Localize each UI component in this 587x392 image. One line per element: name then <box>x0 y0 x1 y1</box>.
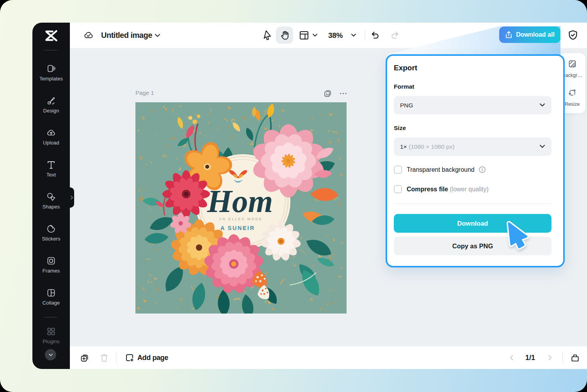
svg-text:A SUNEIR: A SUNEIR <box>221 225 255 231</box>
svg-text:AN ELLES MODE: AN ELLES MODE <box>219 217 263 221</box>
